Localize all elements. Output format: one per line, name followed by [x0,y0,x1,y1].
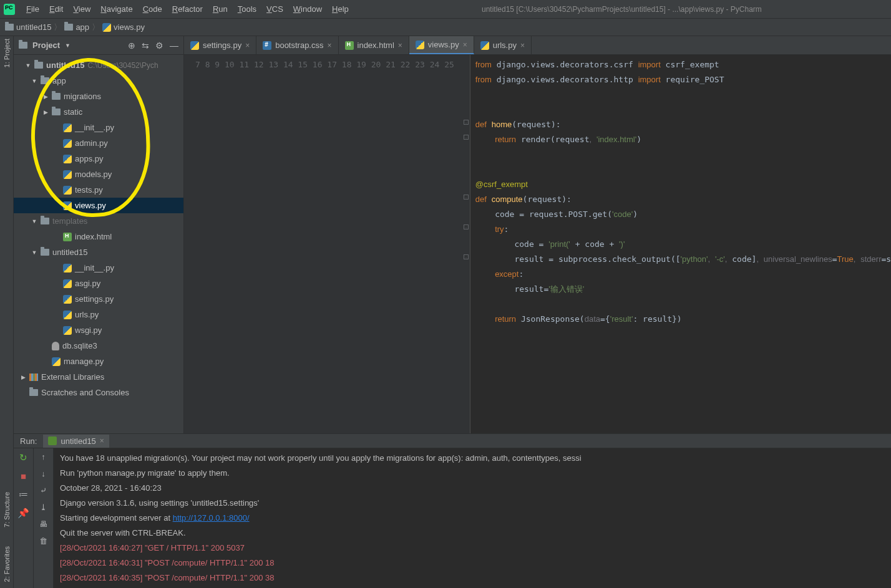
tab-views-py[interactable]: views.py× [409,36,474,54]
menu-vcs[interactable]: VCS [261,2,288,16]
menu-view[interactable]: View [68,2,95,16]
run-tool-window: Run: untitled15 × ↻ ■ ≔ 📌 ↑ ↓ ⤶ ⤓ 🖶 🗑 Yo… [14,433,891,588]
tree-item-External-Libraries[interactable]: ▶External Libraries [14,369,183,385]
python-icon [63,139,72,148]
tree-item-untitled15[interactable]: ▼untitled15 [14,244,183,260]
menu-navigate[interactable]: Navigate [95,2,137,16]
python-icon [63,123,72,132]
tree-item-__init__-py[interactable]: __init__.py [14,120,183,135]
tree-item-db-sqlite3[interactable]: db.sqlite3 [14,338,183,354]
print-icon[interactable]: 🖶 [39,519,47,529]
menu-refactor[interactable]: Refactor [167,2,208,16]
chevron-down-icon[interactable]: ▼ [65,42,71,49]
left-tool-stripe: 1: Project 7: Structure 2: Favorites [0,36,14,588]
tab-bootstrap-css[interactable]: bootstrap.css× [256,36,338,54]
menu-edit[interactable]: Edit [44,2,68,16]
html-icon [345,41,354,50]
menu-tools[interactable]: Tools [233,2,261,16]
python-icon [480,41,489,50]
menu-bar: FileEditViewNavigateCodeRefactorRunTools… [0,0,891,19]
python-icon [63,170,72,179]
project-icon [19,42,27,49]
close-icon[interactable]: × [100,436,104,445]
navigation-bar: untitled15〉app〉views.py [0,19,891,36]
soft-wrap-icon[interactable]: ⤶ [40,486,47,495]
folder-icon [41,249,49,256]
breadcrumb-views-py[interactable]: views.py [102,22,145,32]
close-icon[interactable]: × [328,41,332,50]
hide-icon[interactable]: — [170,41,178,51]
tree-item-app[interactable]: ▼app [14,73,183,89]
python-icon [416,41,424,49]
run-panel-header: Run: untitled15 × [14,434,891,448]
folder-icon [52,108,61,115]
close-icon[interactable]: × [463,41,467,49]
project-panel-title[interactable]: Project [32,41,60,50]
tree-item-urls-py[interactable]: urls.py [14,307,183,322]
scroll-end-icon[interactable]: ⤓ [40,503,47,512]
tool-tab-structure[interactable]: 7: Structure [3,492,11,528]
close-icon[interactable]: × [245,41,250,50]
tree-item-manage-py[interactable]: manage.py [14,354,183,369]
folder-icon [64,24,73,31]
stop-icon[interactable]: ■ [21,471,26,481]
menu-code[interactable]: Code [138,2,167,16]
tree-item-templates[interactable]: ▼templates [14,213,183,229]
menu-run[interactable]: Run [208,2,233,16]
python-icon [63,311,72,319]
main-menu: FileEditViewNavigateCodeRefactorRunTools… [21,2,354,16]
run-panel-label: Run: [20,436,37,446]
menu-file[interactable]: File [21,2,44,16]
python-icon [102,23,111,32]
tree-item-__init__-py[interactable]: __init__.py [14,260,183,276]
folder-icon [52,93,61,100]
locate-icon[interactable]: ⊕ [128,41,135,51]
folder-icon [5,24,14,31]
tool-tab-favorites[interactable]: 2: Favorites [3,546,11,582]
python-icon [63,295,72,304]
clear-icon[interactable]: 🗑 [39,536,47,546]
run-toolbar-secondary: ↑ ↓ ⤶ ⤓ 🖶 🗑 [34,448,54,588]
tree-item-settings-py[interactable]: settings.py [14,291,183,307]
python-icon [63,279,72,288]
css-icon [263,41,271,50]
run-console[interactable]: You have 18 unapplied migration(s). Your… [54,448,891,588]
window-title: untitled15 [C:\Users\30452\PycharmProjec… [482,5,762,14]
tab-index-html[interactable]: index.html× [339,36,409,54]
tree-item-index-html[interactable]: index.html [14,229,183,244]
run-config-name: untitled15 [61,436,95,446]
python-icon [63,326,72,335]
tree-item-tests-py[interactable]: tests.py [14,182,183,198]
menu-window[interactable]: Window [288,2,327,16]
tool-tab-project[interactable]: 1: Project [3,39,11,67]
tree-item-asgi-py[interactable]: asgi.py [14,276,183,291]
breadcrumb-app[interactable]: app [64,22,89,32]
breadcrumb-untitled15[interactable]: untitled15 [5,22,51,32]
scratch-icon [29,389,38,396]
pin-icon[interactable]: 📌 [17,508,29,519]
tree-item-static[interactable]: ▶static [14,104,183,120]
tree-item-models-py[interactable]: models.py [14,166,183,182]
down-icon[interactable]: ↓ [41,469,46,478]
tree-item-migrations[interactable]: ▶migrations [14,89,183,104]
run-config-tab[interactable]: untitled15 × [43,435,109,448]
menu-help[interactable]: Help [327,2,354,16]
tree-item-views-py[interactable]: views.py [14,198,183,213]
up-icon[interactable]: ↑ [41,452,46,461]
tree-item-wsgi-py[interactable]: wsgi.py [14,322,183,338]
tree-item-Scratches-and-Consoles[interactable]: Scratches and Consoles [14,385,183,400]
python-icon [190,41,199,50]
expand-all-icon[interactable]: ⇆ [142,41,149,51]
layout-icon[interactable]: ≔ [19,489,28,500]
tree-root[interactable]: ▼ untitled15 C:\Users\30452\Pych [14,57,183,73]
tab-settings-py[interactable]: settings.py× [184,36,256,54]
tree-item-admin-py[interactable]: admin.py [14,135,183,151]
python-icon [63,155,72,163]
pycharm-icon [4,4,15,15]
tree-item-apps-py[interactable]: apps.py [14,151,183,166]
close-icon[interactable]: × [398,41,402,50]
tab-urls-py[interactable]: urls.py× [474,36,532,54]
gear-icon[interactable]: ⚙ [155,41,163,51]
close-icon[interactable]: × [520,41,525,50]
rerun-icon[interactable]: ↻ [19,452,27,463]
